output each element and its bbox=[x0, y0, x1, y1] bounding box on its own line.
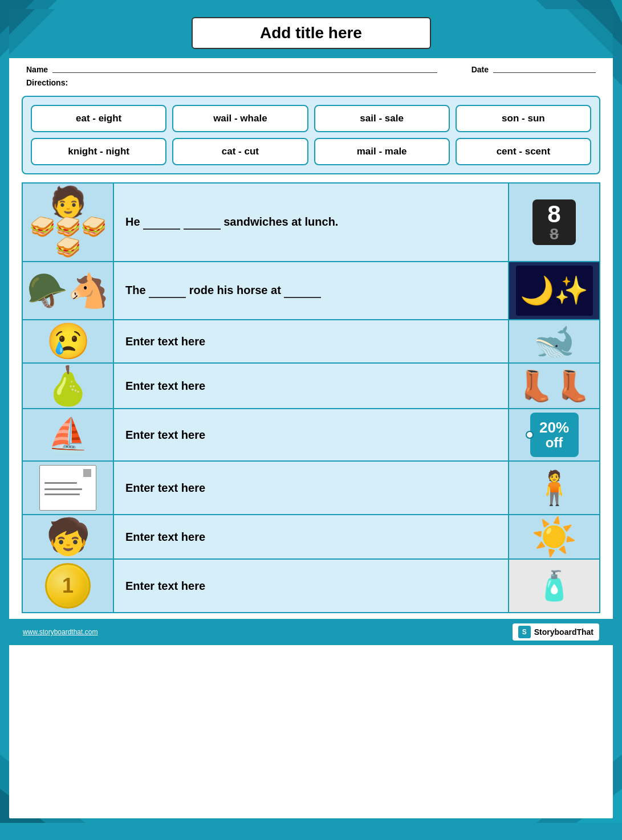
sentence-cell[interactable]: Enter text here bbox=[113, 363, 509, 409]
word-pair-item: eat - eight bbox=[31, 105, 166, 132]
sentence-cell[interactable]: Enter text here bbox=[113, 409, 509, 461]
sentence-cell[interactable]: Enter text here bbox=[113, 461, 509, 515]
page-title: Add title here bbox=[260, 24, 362, 42]
hint-cell: 20% off bbox=[509, 409, 600, 461]
hint-cell: 🌙✨ bbox=[509, 262, 600, 320]
word-pair-item: cat - cut bbox=[172, 138, 308, 165]
enter-text-5: Enter text here bbox=[125, 429, 205, 441]
footer-logo: S StoryboardThat bbox=[513, 623, 599, 641]
hint-cell: 🐋 bbox=[509, 320, 600, 363]
left-image-cell: 🧑 🥪🥪🥪🥪 bbox=[22, 183, 113, 262]
table-row: 😢 Enter text here 🐋 bbox=[22, 320, 600, 363]
footer: www.storyboardthat.com S StoryboardThat bbox=[9, 619, 613, 645]
hint-cell: 👢👢 bbox=[509, 363, 600, 409]
table-row: ⛵ Enter text here 20% off bbox=[22, 409, 600, 461]
hint-cell: 🧍 bbox=[509, 461, 600, 515]
table-row: 🍐 Enter text here 👢👢 bbox=[22, 363, 600, 409]
table-row: 🧑 🥪🥪🥪🥪 He sandwiches at lunch. 8 8 bbox=[22, 183, 600, 262]
word-pair-item: cent - scent bbox=[456, 138, 591, 165]
hint-cell: 8 8 bbox=[509, 183, 600, 262]
left-image-cell: 🪖🐴 bbox=[22, 262, 113, 320]
left-image-cell: 🍐 bbox=[22, 363, 113, 409]
enter-text-6: Enter text here bbox=[125, 482, 205, 494]
table-row: 1 Enter text here 🧴 bbox=[22, 559, 600, 613]
logo-icon: S bbox=[518, 626, 531, 638]
sentence-text: The rode his horse at bbox=[125, 284, 321, 296]
sentence-cell[interactable]: The rode his horse at bbox=[113, 262, 509, 320]
sentence-cell[interactable]: Enter text here bbox=[113, 320, 509, 363]
hint-cell: 🧴 bbox=[509, 559, 600, 613]
table-row: Enter text here 🧍 bbox=[22, 461, 600, 515]
word-pair-item: wail - whale bbox=[172, 105, 308, 132]
sentence-text: He sandwiches at lunch. bbox=[125, 215, 338, 228]
sentence-cell[interactable]: Enter text here bbox=[113, 559, 509, 613]
left-image-cell: 😢 bbox=[22, 320, 113, 363]
svg-marker-10 bbox=[9, 9, 35, 35]
enter-text-4: Enter text here bbox=[125, 380, 205, 392]
word-pair-item: knight - night bbox=[31, 138, 166, 165]
sentences-table: 🧑 🥪🥪🥪🥪 He sandwiches at lunch. 8 8 bbox=[22, 182, 600, 613]
hint-cell: ☀️ bbox=[509, 515, 600, 559]
table-row: 🧒 Enter text here ☀️ bbox=[22, 515, 600, 559]
word-pair-item: mail - male bbox=[314, 138, 450, 165]
word-pair-item: son - sun bbox=[456, 105, 591, 132]
sentence-cell[interactable]: Enter text here bbox=[113, 515, 509, 559]
date-label: Date bbox=[471, 65, 489, 74]
word-pair-item: sail - sale bbox=[314, 105, 450, 132]
footer-url: www.storyboardthat.com bbox=[23, 628, 97, 636]
directions-label: Directions: bbox=[26, 78, 68, 87]
sentence-cell[interactable]: He sandwiches at lunch. bbox=[113, 183, 509, 262]
enter-text-8: Enter text here bbox=[125, 580, 205, 592]
svg-marker-12 bbox=[587, 9, 613, 35]
title-box[interactable]: Add title here bbox=[192, 17, 431, 49]
left-image-cell: ⛵ bbox=[22, 409, 113, 461]
word-pairs-box: eat - eight wail - whale sail - sale son… bbox=[22, 96, 600, 174]
table-row: 🪖🐴 The rode his horse at 🌙✨ bbox=[22, 262, 600, 320]
svg-marker-9 bbox=[9, 9, 55, 55]
name-label: Name bbox=[26, 65, 48, 74]
left-image-cell bbox=[22, 461, 113, 515]
left-image-cell: 1 bbox=[22, 559, 113, 613]
logo-text: StoryboardThat bbox=[534, 627, 593, 637]
enter-text-7: Enter text here bbox=[125, 531, 205, 543]
enter-text-3: Enter text here bbox=[125, 335, 205, 348]
left-image-cell: 🧒 bbox=[22, 515, 113, 559]
svg-marker-11 bbox=[567, 9, 613, 55]
